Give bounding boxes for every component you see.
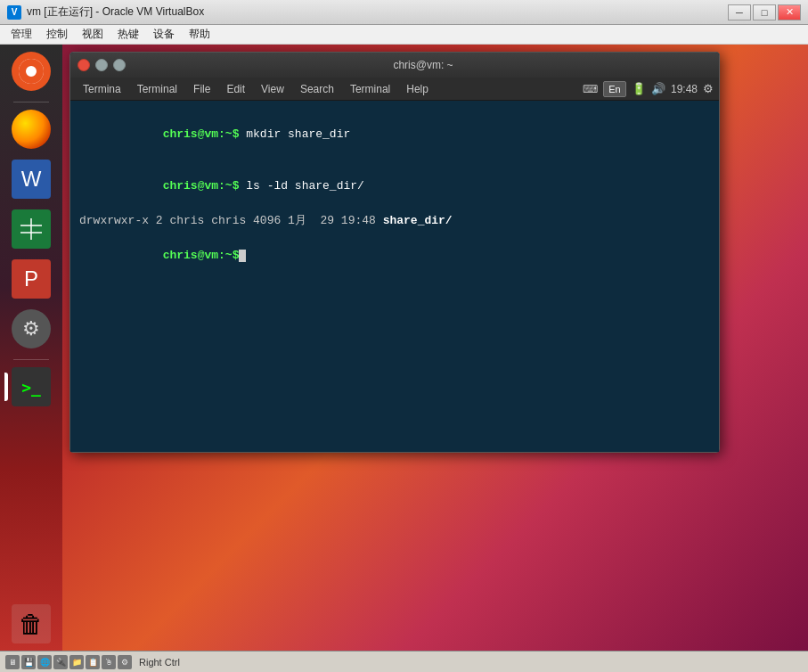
terminal-line-3: drwxrwxr-x 2 chris chris 4096 1月 29 19:4… bbox=[79, 212, 710, 230]
terminal-icon: >_ bbox=[12, 367, 51, 406]
vbox-status-icon-2[interactable]: 💾 bbox=[21, 655, 36, 669]
vbox-statusbar: 🖥 💾 🌐 🔌 📁 📋 🖱 ⚙ Right Ctrl bbox=[0, 651, 808, 672]
window-controls: ─ □ ✕ bbox=[728, 4, 801, 20]
window-title: vm [正在运行] - Oracle VM VirtualBox bbox=[27, 4, 728, 20]
inner-menu-help[interactable]: Help bbox=[399, 81, 436, 97]
system-settings-icon: ⚙ bbox=[12, 309, 51, 348]
inner-terminal-window: chris@vm: ~ Termina Terminal File Edit V… bbox=[69, 52, 720, 453]
inner-menu-view[interactable]: View bbox=[254, 81, 291, 97]
language-button[interactable]: En bbox=[603, 81, 626, 97]
libreoffice-calc-icon bbox=[12, 209, 51, 249]
terminal-cursor bbox=[239, 250, 246, 262]
trash-icon: 🗑 bbox=[12, 604, 51, 643]
vbox-status-icon-6[interactable]: 📋 bbox=[86, 655, 100, 669]
libreoffice-impress-icon: P bbox=[12, 259, 51, 299]
sidebar-divider-1 bbox=[13, 102, 49, 102]
prompt-3: chris@vm:~$ bbox=[163, 249, 240, 262]
vbox-status-icon-5[interactable]: 📁 bbox=[69, 655, 84, 669]
inner-minimize-button[interactable] bbox=[95, 59, 108, 71]
vbox-status-icon-7[interactable]: 🖱 bbox=[102, 655, 116, 669]
input-source-icon: ⌨ bbox=[583, 83, 598, 95]
terminal-line-2: chris@vm:~$ ls -ld share_dir/ bbox=[79, 160, 710, 213]
desktop-area[interactable]: chris@vm: ~ Termina Terminal File Edit V… bbox=[62, 45, 808, 651]
time-display: 19:48 bbox=[671, 83, 698, 95]
battery-icon: 🔋 bbox=[632, 82, 646, 95]
maximize-button[interactable]: □ bbox=[753, 4, 776, 20]
inner-menu-right-section: ⌨ En 🔋 🔊 19:48 ⚙ bbox=[583, 81, 714, 97]
menu-help[interactable]: 帮助 bbox=[182, 25, 217, 44]
inner-menu-file[interactable]: File bbox=[186, 81, 217, 97]
right-ctrl-label: Right Ctrl bbox=[139, 657, 180, 668]
firefox-icon bbox=[12, 110, 51, 149]
inner-menu-search[interactable]: Search bbox=[293, 81, 341, 97]
vbox-status-icon-1[interactable]: 🖥 bbox=[5, 655, 20, 669]
sidebar-item-firefox[interactable] bbox=[8, 106, 54, 152]
sidebar-item-settings[interactable]: ⚙ bbox=[8, 306, 54, 352]
vbox-menu-bar: 管理 控制 视图 热键 设备 帮助 bbox=[0, 25, 808, 45]
ubuntu-logo-icon bbox=[12, 52, 51, 91]
output-dir-name: share_dir/ bbox=[383, 214, 453, 227]
inner-menu-termina[interactable]: Termina bbox=[76, 81, 128, 97]
notification-area: 🖥 💾 🌐 🔌 📁 📋 🖱 ⚙ bbox=[5, 655, 132, 669]
inner-menu-terminal2[interactable]: Terminal bbox=[343, 81, 397, 97]
sidebar-item-impress[interactable]: P bbox=[8, 256, 54, 302]
sidebar-item-calc[interactable] bbox=[8, 206, 54, 252]
sidebar-divider-2 bbox=[13, 359, 49, 360]
sidebar-item-terminal[interactable]: >_ bbox=[8, 364, 54, 410]
vbox-app-icon: V bbox=[7, 5, 21, 20]
sidebar-item-writer[interactable]: W bbox=[8, 156, 54, 202]
terminal-line-1: chris@vm:~$ mkdir share_dir bbox=[79, 108, 710, 160]
inner-close-button[interactable] bbox=[78, 59, 90, 71]
prompt-1: chris@vm:~$ bbox=[163, 127, 240, 141]
inner-maximize-button[interactable] bbox=[113, 59, 126, 71]
vbox-status-icon-8[interactable]: ⚙ bbox=[118, 655, 132, 669]
sidebar-item-ubuntu-logo[interactable] bbox=[8, 48, 54, 94]
cmd-2: ls -ld share_dir/ bbox=[239, 179, 363, 193]
prompt-2: chris@vm:~$ bbox=[163, 179, 240, 193]
inner-menu-terminal[interactable]: Terminal bbox=[130, 81, 184, 97]
menu-hotkey[interactable]: 热键 bbox=[110, 25, 146, 44]
vbox-status-icon-4[interactable]: 🔌 bbox=[53, 655, 68, 669]
inner-menu-edit[interactable]: Edit bbox=[219, 81, 252, 97]
inner-title-bar: chris@vm: ~ bbox=[70, 53, 719, 78]
minimize-button[interactable]: ─ bbox=[728, 4, 751, 20]
power-icon: ⚙ bbox=[703, 82, 714, 95]
libreoffice-writer-icon: W bbox=[12, 160, 51, 199]
volume-icon: 🔊 bbox=[651, 82, 665, 95]
menu-devices[interactable]: 设备 bbox=[146, 25, 182, 44]
terminal-body[interactable]: chris@vm:~$ mkdir share_dir chris@vm:~$ … bbox=[70, 101, 719, 452]
inner-menu-bar: Termina Terminal File Edit View Search T… bbox=[70, 78, 719, 101]
inner-window-buttons bbox=[78, 59, 126, 71]
menu-manage[interactable]: 管理 bbox=[4, 25, 39, 44]
ubuntu-sidebar: W P ⚙ >_ bbox=[0, 45, 62, 651]
sidebar-item-trash[interactable]: 🗑 bbox=[12, 604, 51, 643]
inner-window-title: chris@vm: ~ bbox=[135, 59, 712, 71]
main-content: W P ⚙ >_ bbox=[0, 45, 808, 651]
cmd-1: mkdir share_dir bbox=[239, 127, 350, 141]
vbox-status-icon-3[interactable]: 🌐 bbox=[37, 655, 52, 669]
menu-view[interactable]: 视图 bbox=[75, 25, 110, 44]
close-button[interactable]: ✕ bbox=[778, 4, 801, 20]
menu-control[interactable]: 控制 bbox=[39, 25, 75, 44]
terminal-line-4: chris@vm:~$ bbox=[79, 230, 710, 283]
title-bar: V vm [正在运行] - Oracle VM VirtualBox ─ □ ✕ bbox=[0, 0, 808, 25]
virtualbox-window: V vm [正在运行] - Oracle VM VirtualBox ─ □ ✕… bbox=[0, 0, 808, 672]
